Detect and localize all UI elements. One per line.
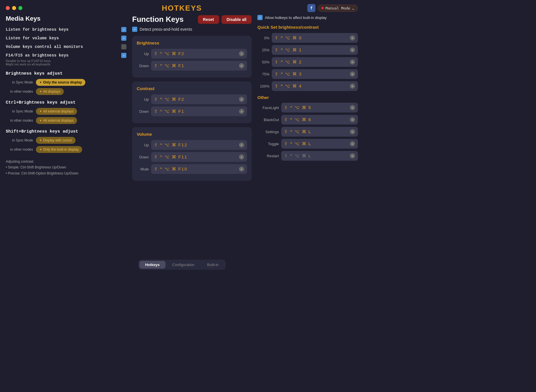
qs-field-75[interactable]: ⇧ ^ ⌥ ⌘ 3 ✕ [272,69,358,79]
volume-up-field[interactable]: ⇧ ^ ⌥ ⌘ F12 ✕ [151,140,247,150]
ctrl-sync-dropdown[interactable]: ▼ All external displays [36,108,77,115]
ctrl-other-dropdown[interactable]: ▼ All external displays [36,117,77,124]
contrast-down-label: Down [137,109,149,114]
shift-other-dropdown[interactable]: ▼ Only the built-in display [36,146,82,153]
other-toggle-clear[interactable]: ✕ [350,141,355,146]
detect-checkbox[interactable]: ✓ [132,27,137,32]
other-facelight-clear[interactable]: ✕ [350,105,355,110]
other-settings-keys: ⇧ ^ ⌥ ⌘ L [284,129,311,134]
other-settings-clear[interactable]: ✕ [350,129,355,134]
close-button[interactable] [6,6,10,10]
left-panel: Media Keys Listen for brightness keys ✓ … [6,15,126,185]
qs-pct-50: 50% [257,60,269,64]
allow-built-in-checkbox[interactable]: ✓ [257,15,263,20]
mode-chevron-icon: ⌄ [352,6,354,10]
other-blackout-field[interactable]: ⇧ ^ ⌥ ⌘ 6 ✕ [281,115,358,125]
contrast-up-clear[interactable]: ✕ [239,97,244,102]
other-blackout-clear[interactable]: ✕ [350,117,355,122]
fn-header: Function Keys Reset Disable all [132,15,252,24]
brightness-up-row: Up ⇧ ^ ⌥ ⌘ F2 ✕ [137,49,247,59]
volume-all-monitors-checkbox[interactable] [121,44,126,49]
brightness-down-clear[interactable]: ✕ [239,63,244,68]
brightness-down-field[interactable]: ⇧ ^ ⌥ ⌘ F1 ✕ [151,61,247,71]
reset-button[interactable]: Reset [198,15,219,24]
volume-down-clear[interactable]: ✕ [239,154,244,160]
notes-item-2: • Precise: Ctrl-Shift-Option Brightness … [6,170,126,176]
contrast-up-field[interactable]: ⇧ ^ ⌥ ⌘ F2 ✕ [151,94,247,104]
volume-mute-clear[interactable]: ✕ [239,166,244,172]
brightness-other-dropdown[interactable]: ▼ All displays [36,88,64,95]
ctrl-brightness-title: Ctrl+Brightness keys adjust [6,100,126,105]
contrast-down-clear[interactable]: ✕ [239,109,244,114]
other-restart-label: Restart [257,154,279,158]
allow-built-in-row: ✓ Allow hotkeys to affect built-in displ… [257,15,358,20]
volume-mute-keys: ⇧ ^ ⌥ ⌘ F10 [154,166,188,172]
brightness-up-clear[interactable]: ✕ [239,51,244,56]
brightness-other-label: in other modes [6,90,33,94]
tab-configuration[interactable]: Configuration [167,261,200,269]
shift-sync-dropdown[interactable]: ▼ Display with cursor [36,137,76,144]
qs-clear-25[interactable]: ✕ [350,47,355,53]
contrast-section: Contrast Up ⇧ ^ ⌥ ⌘ F2 ✕ Down ⇧ ^ ⌥ ⌘ F1… [132,81,252,123]
other-section: Other FaceLight ⇧ ^ ⌥ ⌘ 5 ✕ BlackOut ⇧ ^… [257,95,358,161]
brightness-section: Brightness Up ⇧ ^ ⌥ ⌘ F2 ✕ Down ⇧ ^ ⌥ ⌘ … [132,36,252,77]
qs-clear-100[interactable]: ✕ [350,84,355,89]
brightness-keys-checkbox[interactable]: ✓ [121,27,126,32]
qs-clear-75[interactable]: ✕ [350,71,355,77]
dropdown-arrow-icon4: ▼ [39,119,42,122]
other-restart-field[interactable]: ⇧ ^ ⌥ ⌘ L ✕ [281,151,358,161]
qs-clear-0[interactable]: ✕ [350,35,355,40]
qs-field-50[interactable]: ⇧ ^ ⌥ ⌘ 2 ✕ [272,57,358,67]
volume-up-clear[interactable]: ✕ [239,142,244,148]
qs-keys-25: ⇧ ^ ⌥ ⌘ 1 [275,47,302,53]
other-toggle-keys: ⇧ ^ ⌥ ⌘ L [284,141,311,146]
other-toggle-field[interactable]: ⇧ ^ ⌥ ⌘ L ✕ [281,139,358,149]
ctrl-other-value: All external displays [43,119,74,123]
tab-hotkeys[interactable]: Hotkeys [139,261,165,269]
dropdown-arrow-icon6: ▼ [39,148,42,151]
tab-builtin[interactable]: Built-in [201,261,224,269]
other-restart-clear[interactable]: ✕ [350,153,355,158]
other-title: Other [257,95,358,100]
other-toggle-row: Toggle ⇧ ^ ⌥ ⌘ L ✕ [257,139,358,149]
notes-title: Adjusting contrast: [6,159,126,164]
disable-all-button[interactable]: Disable all [221,15,252,24]
volume-keys-checkbox[interactable]: ✓ [121,36,126,41]
brightness-sync-label: in Sync Mode [6,80,33,84]
brightness-down-label: Down [137,64,149,68]
qs-row-50: 50% ⇧ ^ ⌥ ⌘ 2 ✕ [257,57,358,67]
main-content: Media Keys Listen for brightness keys ✓ … [0,15,364,185]
qs-pct-100: 100% [257,84,269,88]
brightness-down-row: Down ⇧ ^ ⌥ ⌘ F1 ✕ [137,61,247,71]
other-settings-field[interactable]: ⇧ ^ ⌥ ⌘ L ✕ [281,127,358,137]
brightness-sync-dropdown[interactable]: ▼ Only the source display [36,79,85,86]
mode-selector[interactable]: Manual Mode ⌄ [318,5,358,12]
ctrl-other-row: in other modes ▼ All external displays [6,117,126,124]
contrast-down-field[interactable]: ⇧ ^ ⌥ ⌘ F1 ✕ [151,106,247,116]
other-settings-row: Settings ⇧ ^ ⌥ ⌘ L ✕ [257,127,358,137]
brightness-up-label: Up [137,52,149,56]
qs-field-100[interactable]: ⇧ ^ ⌥ ⌘ 4 ✕ [272,81,358,91]
maximize-button[interactable] [18,6,22,10]
contrast-down-keys: ⇧ ^ ⌥ ⌘ F1 [154,109,184,114]
volume-section-title: Volume [137,132,247,137]
minimize-button[interactable] [12,6,16,10]
volume-mute-field[interactable]: ⇧ ^ ⌥ ⌘ F10 ✕ [151,164,247,174]
traffic-lights [6,6,22,10]
qs-field-25[interactable]: ⇧ ^ ⌥ ⌘ 1 ✕ [272,45,358,55]
brightness-up-field[interactable]: ⇧ ^ ⌥ ⌘ F2 ✕ [151,49,247,59]
volume-down-field[interactable]: ⇧ ^ ⌥ ⌘ F11 ✕ [151,152,247,162]
ctrl-sync-label: in Sync Mode [6,109,33,113]
qs-field-0[interactable]: ⇧ ^ ⌥ ⌘ 0 ✕ [272,33,358,43]
facebook-icon[interactable]: f [307,4,315,12]
dropdown-arrow-icon3: ▼ [39,110,42,113]
volume-mute-label: Mute [137,167,149,171]
other-facelight-field[interactable]: ⇧ ^ ⌥ ⌘ 5 ✕ [281,103,358,112]
qs-clear-50[interactable]: ✕ [350,59,355,65]
f14-f15-checkbox[interactable]: ✓ [121,53,126,58]
detect-label: Detect press-and-hold events [140,27,192,32]
titlebar-right: f Manual Mode ⌄ [307,4,358,12]
media-keys-title: Media Keys [6,15,126,22]
shift-other-row: in other modes ▼ Only the built-in displ… [6,146,126,153]
shift-sync-value: Display with cursor [43,138,72,142]
